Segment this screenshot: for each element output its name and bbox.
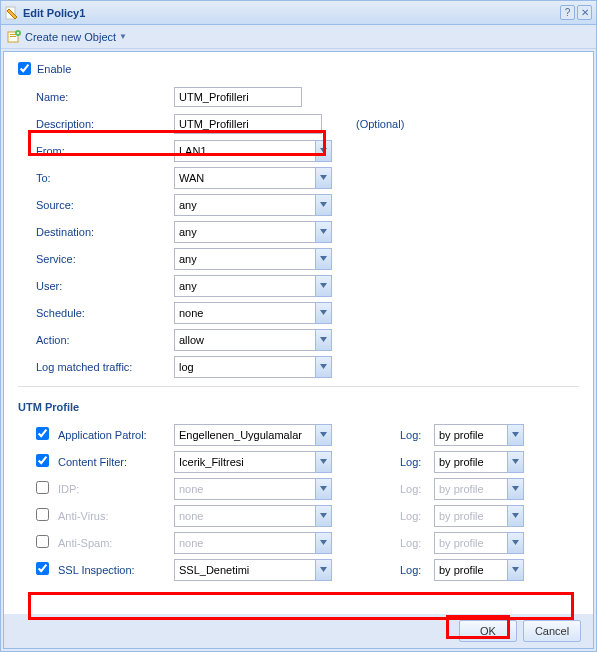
name-row: Name: — [18, 83, 579, 110]
utm-checkbox-1[interactable] — [36, 454, 49, 467]
from-input[interactable] — [174, 140, 315, 162]
button-bar: OK Cancel — [4, 614, 593, 648]
log-input[interactable] — [174, 356, 315, 378]
log-label: Log matched traffic: — [36, 361, 174, 373]
cancel-button[interactable]: Cancel — [523, 620, 581, 642]
utm-log-4-trigger — [507, 532, 524, 554]
action-label: Action: — [36, 334, 174, 346]
utm-log-5-combo[interactable] — [434, 559, 524, 581]
close-button[interactable]: ✕ — [577, 5, 592, 20]
optional-label: (Optional) — [356, 118, 404, 130]
utm-log-0-input[interactable] — [434, 424, 507, 446]
utm-profile-0-combo[interactable] — [174, 424, 332, 446]
user-input[interactable] — [174, 275, 315, 297]
schedule-trigger[interactable] — [315, 302, 332, 324]
utm-profile-5-input[interactable] — [174, 559, 315, 581]
from-trigger[interactable] — [315, 140, 332, 162]
utm-log-1-trigger[interactable] — [507, 451, 524, 473]
titlebar: Edit Policy1 ? ✕ — [1, 1, 596, 25]
schedule-row: Schedule: — [18, 299, 579, 326]
utm-profile-0-input[interactable] — [174, 424, 315, 446]
utm-row-2: IDP:Log: — [18, 475, 579, 502]
utm-checkbox-0[interactable] — [36, 427, 49, 440]
log-combo[interactable] — [174, 356, 332, 378]
utm-log-1-combo[interactable] — [434, 451, 524, 473]
new-object-icon — [7, 30, 21, 44]
utm-label-0: Application Patrol: — [58, 429, 174, 441]
utm-profile-0-trigger[interactable] — [315, 424, 332, 446]
utm-checkbox-2[interactable] — [36, 481, 49, 494]
user-label: User: — [36, 280, 174, 292]
utm-log-3-combo — [434, 505, 524, 527]
ok-button[interactable]: OK — [459, 620, 517, 642]
destination-trigger[interactable] — [315, 221, 332, 243]
action-trigger[interactable] — [315, 329, 332, 351]
utm-checkbox-3[interactable] — [36, 508, 49, 521]
service-label: Service: — [36, 253, 174, 265]
edit-icon — [5, 6, 19, 20]
destination-label: Destination: — [36, 226, 174, 238]
action-input[interactable] — [174, 329, 315, 351]
description-row: Description: (Optional) — [18, 110, 579, 137]
utm-log-4-input — [434, 532, 507, 554]
utm-log-label-3: Log: — [400, 510, 434, 522]
create-new-object-button[interactable]: Create new Object ▼ — [7, 30, 127, 44]
utm-label-2: IDP: — [58, 483, 174, 495]
utm-profile-5-combo[interactable] — [174, 559, 332, 581]
to-trigger[interactable] — [315, 167, 332, 189]
utm-profile-4-combo — [174, 532, 332, 554]
to-combo[interactable] — [174, 167, 332, 189]
utm-log-4-combo — [434, 532, 524, 554]
schedule-label: Schedule: — [36, 307, 174, 319]
description-input[interactable] — [174, 114, 322, 134]
enable-label: Enable — [37, 63, 71, 75]
utm-log-label-2: Log: — [400, 483, 434, 495]
from-label: From: — [36, 145, 174, 157]
enable-checkbox[interactable] — [18, 62, 31, 75]
utm-label-3: Anti-Virus: — [58, 510, 174, 522]
separator — [18, 386, 579, 387]
to-label: To: — [36, 172, 174, 184]
from-combo[interactable] — [174, 140, 332, 162]
utm-profile-1-combo[interactable] — [174, 451, 332, 473]
description-label: Description: — [36, 118, 174, 130]
window-title: Edit Policy1 — [23, 7, 85, 19]
utm-profile-2-trigger — [315, 478, 332, 500]
utm-checkbox-5[interactable] — [36, 562, 49, 575]
utm-log-5-trigger[interactable] — [507, 559, 524, 581]
action-combo[interactable] — [174, 329, 332, 351]
service-combo[interactable] — [174, 248, 332, 270]
utm-log-1-input[interactable] — [434, 451, 507, 473]
dropdown-arrow-icon: ▼ — [119, 32, 127, 41]
destination-combo[interactable] — [174, 221, 332, 243]
utm-profile-1-trigger[interactable] — [315, 451, 332, 473]
utm-profile-3-combo — [174, 505, 332, 527]
utm-checkbox-4[interactable] — [36, 535, 49, 548]
utm-profile-1-input[interactable] — [174, 451, 315, 473]
utm-label-1: Content Filter: — [58, 456, 174, 468]
utm-log-5-input[interactable] — [434, 559, 507, 581]
name-input[interactable] — [174, 87, 302, 107]
destination-input[interactable] — [174, 221, 315, 243]
help-button[interactable]: ? — [560, 5, 575, 20]
source-input[interactable] — [174, 194, 315, 216]
to-input[interactable] — [174, 167, 315, 189]
utm-profile-3-input — [174, 505, 315, 527]
schedule-combo[interactable] — [174, 302, 332, 324]
source-trigger[interactable] — [315, 194, 332, 216]
user-combo[interactable] — [174, 275, 332, 297]
utm-log-0-combo[interactable] — [434, 424, 524, 446]
utm-profile-5-trigger[interactable] — [315, 559, 332, 581]
source-combo[interactable] — [174, 194, 332, 216]
svg-rect-3 — [10, 36, 16, 37]
service-input[interactable] — [174, 248, 315, 270]
service-trigger[interactable] — [315, 248, 332, 270]
log-trigger[interactable] — [315, 356, 332, 378]
schedule-input[interactable] — [174, 302, 315, 324]
log-row: Log matched traffic: — [18, 353, 579, 380]
utm-profile-2-input — [174, 478, 315, 500]
user-trigger[interactable] — [315, 275, 332, 297]
utm-log-2-trigger — [507, 478, 524, 500]
utm-profile-4-input — [174, 532, 315, 554]
utm-log-0-trigger[interactable] — [507, 424, 524, 446]
